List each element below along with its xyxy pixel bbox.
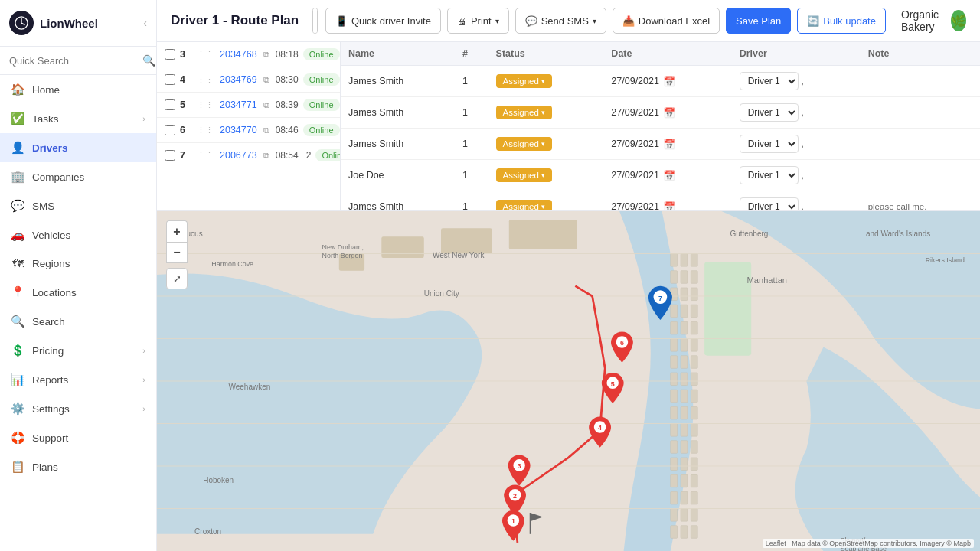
route-checkbox[interactable] — [165, 125, 175, 135]
svg-rect-50 — [691, 491, 697, 504]
calendar-icon[interactable]: 📅 — [663, 170, 675, 181]
assignments-data-table: Name # Status Date Driver Note James Smi… — [341, 42, 980, 210]
quick-driver-invite-button[interactable]: 📱 Quick driver Invite — [325, 8, 441, 34]
send-sms-button[interactable]: 💬 Send SMS ▾ — [515, 8, 606, 34]
drag-handle-icon[interactable]: ⋮⋮ — [197, 151, 214, 161]
driver-select[interactable]: Driver 1 — [740, 72, 799, 90]
svg-rect-15 — [671, 305, 678, 318]
sidebar-item-drivers[interactable]: 👤 Drivers — [0, 133, 156, 162]
route-status-badge: Online — [303, 124, 340, 136]
copy-icon[interactable]: ⧉ — [263, 50, 270, 60]
sidebar-item-search[interactable]: 🔍 Search — [0, 307, 156, 336]
status-badge[interactable]: Assigned — [496, 200, 552, 210]
svg-text:3: 3 — [518, 462, 521, 470]
svg-rect-22 — [681, 339, 688, 352]
sidebar-item-tasks[interactable]: ✅ Tasks › — [0, 104, 156, 133]
sidebar-item-reports[interactable]: 📊 Reports › — [0, 365, 156, 394]
svg-text:Union City: Union City — [424, 289, 459, 298]
copy-icon[interactable]: ⧉ — [263, 126, 270, 135]
status-badge[interactable]: Assigned — [496, 106, 552, 119]
route-checkbox[interactable] — [165, 49, 175, 60]
svg-rect-24 — [671, 356, 678, 369]
date-value: 27/09/2021 — [611, 76, 659, 86]
svg-text:and Ward's Islands: and Ward's Islands — [866, 230, 930, 238]
sidebar-item-label: Search — [32, 316, 65, 328]
svg-rect-7 — [681, 254, 688, 267]
download-excel-button[interactable]: 📥 Download Excel — [612, 8, 720, 34]
assignee-name: James Smith — [341, 66, 455, 97]
copy-icon[interactable]: ⧉ — [263, 75, 270, 85]
sidebar-item-label: Home — [32, 84, 60, 96]
print-button[interactable]: 🖨 Print ▾ — [447, 8, 509, 34]
drag-handle-icon[interactable]: ⋮⋮ — [197, 50, 214, 60]
split-panel: 3 ⋮⋮ 2034768 ⧉ 08:18 Online 4 ⋮⋮ 2034769… — [157, 42, 980, 551]
svg-text:7: 7 — [658, 295, 662, 302]
date-input[interactable] — [313, 8, 318, 33]
sms-dropdown-icon: ▾ — [593, 17, 596, 25]
svg-rect-13 — [681, 288, 688, 301]
sidebar-item-home[interactable]: 🏠 Home — [0, 75, 156, 104]
bulk-update-button[interactable]: 🔄 Bulk update — [797, 8, 886, 34]
assignee-name: James Smith — [341, 191, 455, 211]
status-cell: Assigned — [488, 191, 604, 211]
quick-search-input[interactable] — [9, 55, 138, 67]
companies-icon: 🏢 — [11, 170, 24, 184]
calendar-icon[interactable]: 📅 — [663, 107, 675, 119]
app-logo — [9, 11, 34, 35]
calendar-icon[interactable]: 📅 — [663, 139, 675, 150]
sidebar-item-vehicles[interactable]: 🚗 Vehicles — [0, 220, 156, 249]
sidebar-item-sms[interactable]: 💬 SMS — [0, 191, 156, 220]
sidebar-item-pricing[interactable]: 💲 Pricing › — [0, 336, 156, 365]
date-value: 27/09/2021 — [611, 107, 659, 118]
driver-select[interactable]: Driver 1 — [740, 197, 799, 210]
order-link[interactable]: 2034771 — [220, 99, 257, 110]
content-area: 3 ⋮⋮ 2034768 ⧉ 08:18 Online 4 ⋮⋮ 2034769… — [157, 42, 980, 551]
copy-icon[interactable]: ⧉ — [263, 100, 270, 110]
order-link[interactable]: 2006773 — [220, 150, 257, 161]
map-expand-button[interactable]: ⤢ — [166, 268, 188, 289]
drag-handle-icon[interactable]: ⋮⋮ — [197, 100, 214, 110]
save-plan-button[interactable]: Save Plan — [726, 8, 791, 34]
driver-select[interactable]: Driver 1 — [740, 166, 799, 184]
svg-text:Croxton: Croxton — [194, 527, 221, 536]
sidebar-item-companies[interactable]: 🏢 Companies — [0, 162, 156, 191]
sidebar-item-label: Support — [32, 432, 68, 444]
assignee-name: Joe Doe — [341, 160, 455, 191]
date-cell: 27/09/2021 📅 — [603, 191, 731, 211]
calendar-icon[interactable]: 📅 — [663, 76, 675, 87]
svg-rect-26 — [691, 356, 697, 369]
assignment-row: James Smith 1 Assigned 27/09/2021 📅 Driv… — [341, 66, 980, 97]
sidebar-item-locations[interactable]: 📍 Locations — [0, 278, 156, 307]
status-badge[interactable]: Assigned — [496, 168, 552, 182]
zoom-in-button[interactable]: + — [166, 220, 188, 242]
sidebar-item-support[interactable]: 🛟 Support — [0, 423, 156, 452]
route-checkbox[interactable] — [165, 150, 175, 161]
copy-icon[interactable]: ⧉ — [263, 151, 270, 161]
order-link[interactable]: 2034768 — [220, 49, 257, 60]
route-checkbox[interactable] — [165, 74, 175, 85]
driver-select[interactable]: Driver 1 — [740, 103, 799, 122]
driver-cell: Driver 1 , — [732, 191, 861, 211]
sidebar-item-settings[interactable]: ⚙️ Settings › — [0, 394, 156, 423]
drag-handle-icon[interactable]: ⋮⋮ — [197, 126, 214, 135]
col-name: Name — [341, 42, 455, 66]
svg-rect-42 — [671, 458, 678, 471]
route-checkbox[interactable] — [165, 99, 175, 110]
svg-rect-6 — [671, 254, 678, 267]
driver-select[interactable]: Driver 1 — [740, 135, 799, 153]
drag-handle-icon[interactable]: ⋮⋮ — [197, 75, 214, 85]
assignee-name: James Smith — [341, 97, 455, 129]
sidebar-collapse-icon[interactable]: ‹ — [143, 17, 147, 29]
search-icon[interactable]: 🔍 — [142, 54, 155, 67]
route-number: 4 — [180, 74, 191, 85]
status-badge[interactable]: Assigned — [496, 137, 552, 151]
sidebar-item-plans[interactable]: 📋 Plans — [0, 452, 156, 481]
order-link[interactable]: 2034770 — [220, 125, 257, 135]
order-link[interactable]: 2034769 — [220, 74, 257, 85]
company-name: Organic Bakery — [901, 8, 945, 33]
calendar-icon[interactable]: 📅 — [663, 201, 675, 211]
sidebar-item-regions[interactable]: 🗺 Regions — [0, 249, 156, 278]
status-badge[interactable]: Assigned — [496, 74, 552, 88]
svg-rect-57 — [704, 262, 751, 356]
zoom-out-button[interactable]: − — [166, 242, 188, 263]
